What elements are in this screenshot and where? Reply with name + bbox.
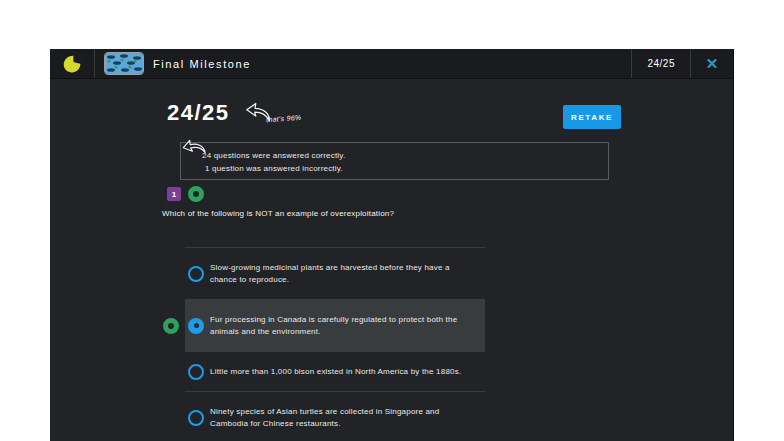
results-summary-box: 24 questions were answered correctly. 1 …: [180, 142, 609, 180]
close-icon: ✕: [706, 55, 719, 73]
question-number-badge: 1: [167, 187, 181, 201]
answer-option-1[interactable]: Slow-growing medicinal plants are harves…: [185, 247, 485, 299]
answer-options-list: Slow-growing medicinal plants are harves…: [185, 247, 485, 441]
retake-button[interactable]: RETAKE: [563, 105, 621, 129]
question-correct-icon: [188, 186, 204, 202]
topic-thumbnail[interactable]: [104, 52, 144, 75]
answer-option-text: Ninety species of Asian turtles are coll…: [210, 406, 477, 430]
score-annotation: that's 96%: [245, 102, 355, 136]
header-score: 24/25: [631, 49, 691, 78]
answer-option-2-selected-correct[interactable]: Fur processing in Canada is carefully re…: [185, 299, 485, 351]
score-value: 24/25: [167, 100, 230, 126]
radio-button-icon[interactable]: [188, 266, 204, 282]
correct-answer-icon: [163, 318, 179, 334]
answer-option-text: Fur processing in Canada is carefully re…: [210, 314, 477, 338]
answer-option-text: Slow-growing medicinal plants are harves…: [210, 262, 477, 286]
radio-button-icon[interactable]: [188, 410, 204, 426]
quiz-results-window: Final Milestone 24/25 ✕ 24/25 that's 96%…: [50, 49, 734, 441]
ecosystem-thumbnail-icon: [105, 53, 143, 74]
answer-option-3[interactable]: Little more than 1,000 bison existed in …: [185, 351, 485, 391]
summary-incorrect-line: 1 question was answered incorrectly.: [181, 162, 608, 175]
header-spacer: [251, 49, 631, 78]
radio-button-icon[interactable]: [188, 364, 204, 380]
brand-blob-icon: [63, 55, 81, 73]
window-header: Final Milestone 24/25 ✕: [50, 49, 733, 79]
close-button[interactable]: ✕: [691, 49, 733, 78]
question-text: Which of the following is NOT an example…: [162, 209, 394, 218]
radio-button-checked-icon[interactable]: [188, 318, 204, 334]
brand-button[interactable]: [50, 49, 95, 78]
answer-option-text: Little more than 1,000 bison existed in …: [210, 366, 477, 378]
window-title: Final Milestone: [153, 58, 251, 70]
answer-option-4[interactable]: Ninety species of Asian turtles are coll…: [185, 391, 485, 441]
summary-correct-line: 24 questions were answered correctly.: [181, 143, 608, 162]
